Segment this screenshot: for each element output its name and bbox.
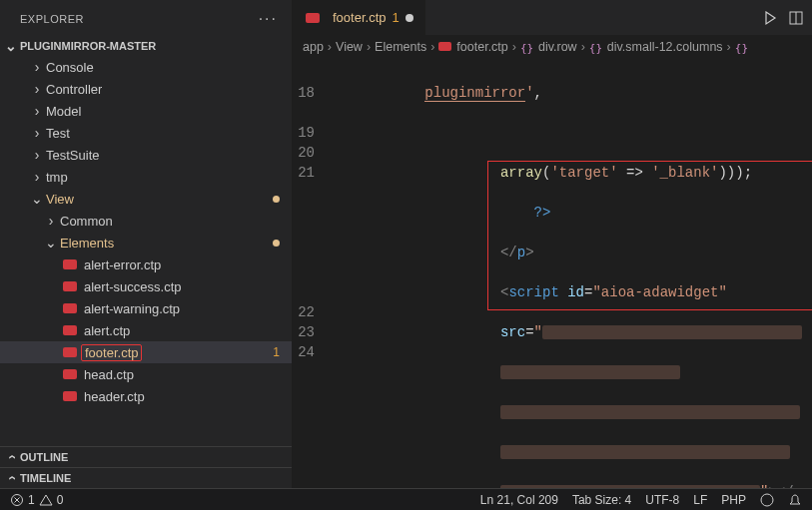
status-tabsize[interactable]: Tab Size: 4 [572,493,631,507]
folder-test[interactable]: Test [0,122,292,144]
chevron-right-icon: › [4,471,18,485]
editor-pane: footer.ctp 1 app› View› Elements› footer… [293,0,812,488]
cakephp-file-icon [62,344,78,360]
folder-console[interactable]: Console [0,56,292,78]
file-tree: Console Controller Model Test TestSuite … [0,56,292,446]
tab-footer[interactable]: footer.ctp 1 [293,0,426,35]
cakephp-file-icon [62,278,78,294]
status-bar: 1 0 Ln 21, Col 209 Tab Size: 4 UTF-8 LF … [0,488,812,510]
chevron-down-icon: ⌄ [4,39,18,53]
folder-tmp[interactable]: tmp [0,166,292,188]
feedback-icon[interactable] [760,493,774,507]
chevron-right-icon: › [4,450,18,464]
chevron-down-icon [44,236,58,250]
cakephp-file-icon [62,322,78,338]
svg-point-5 [761,494,773,506]
cakephp-file-icon [438,41,452,53]
file-alert-error[interactable]: alert-error.ctp [0,254,292,275]
cakephp-file-icon [305,10,321,26]
code-editor[interactable]: 18 19 20 21 22 23 24 pluginmirror', [293,59,812,488]
chevron-right-icon [30,126,44,140]
cakephp-file-icon [62,366,78,382]
file-footer[interactable]: footer.ctp1 [0,341,292,363]
status-position[interactable]: Ln 21, Col 209 [480,493,558,507]
status-errors[interactable]: 1 0 [10,493,63,507]
brace-icon [589,41,603,53]
folder-common[interactable]: Common [0,210,292,232]
folder-elements[interactable]: Elements [0,232,292,254]
folder-view[interactable]: View [0,188,292,210]
tab-badge: 1 [392,10,399,25]
explorer-sidebar: EXPLORER ··· ⌄ PLUGINMIRROR-MASTER Conso… [0,0,293,488]
file-header[interactable]: header.ctp [0,385,292,407]
code-content[interactable]: pluginmirror', array('target' => '_blank… [333,59,812,488]
chevron-right-icon [30,104,44,118]
explorer-title: EXPLORER [20,13,84,25]
project-name: PLUGINMIRROR-MASTER [20,40,156,52]
explorer-more-icon[interactable]: ··· [259,10,278,28]
chevron-down-icon [30,192,44,206]
file-alert-success[interactable]: alert-success.ctp [0,275,292,297]
brace-icon [735,41,749,53]
modified-count-badge: 1 [273,345,280,359]
line-gutter: 18 19 20 21 22 23 24 [293,59,333,488]
modified-dot-icon [273,240,280,247]
error-icon [10,493,24,507]
cakephp-file-icon [62,256,78,272]
file-alert-warning[interactable]: alert-warning.ctp [0,297,292,319]
modified-dot-icon [273,196,280,203]
chevron-right-icon [30,148,44,162]
file-head[interactable]: head.ctp [0,363,292,385]
folder-model[interactable]: Model [0,100,292,122]
chevron-right-icon [30,60,44,74]
cakephp-file-icon [62,300,78,316]
file-alert[interactable]: alert.ctp [0,319,292,341]
project-section-header[interactable]: ⌄ PLUGINMIRROR-MASTER [0,36,292,56]
notifications-icon[interactable] [788,493,802,507]
tab-bar: footer.ctp 1 [293,0,812,35]
outline-section[interactable]: › OUTLINE [0,446,292,467]
split-editor-icon[interactable] [788,10,804,26]
folder-testsuite[interactable]: TestSuite [0,144,292,166]
brace-icon [520,41,534,53]
status-language[interactable]: PHP [721,493,746,507]
chevron-right-icon [30,82,44,96]
status-eol[interactable]: LF [693,493,707,507]
timeline-section[interactable]: › TIMELINE [0,467,292,488]
run-icon[interactable] [762,10,778,26]
folder-controller[interactable]: Controller [0,78,292,100]
warning-icon [39,493,53,507]
unsaved-dot-icon[interactable] [406,14,413,22]
status-encoding[interactable]: UTF-8 [645,493,679,507]
cakephp-file-icon [62,388,78,404]
chevron-right-icon [30,170,44,184]
chevron-right-icon [44,214,58,228]
breadcrumbs[interactable]: app› View› Elements› footer.ctp› div.row… [293,35,812,59]
